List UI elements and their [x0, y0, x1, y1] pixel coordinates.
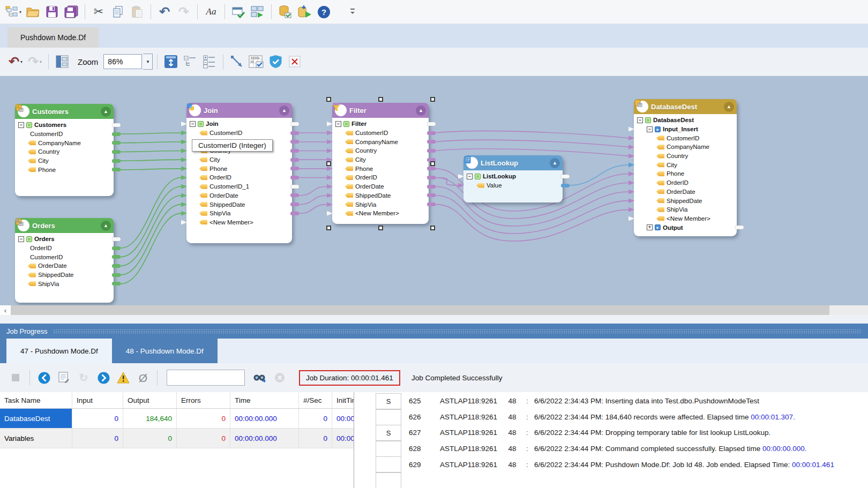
node-field-row[interactable]: City — [186, 155, 292, 164]
collapse-expander[interactable]: − — [647, 126, 653, 132]
node-field-row[interactable]: −DatabaseDest — [634, 116, 737, 125]
output-port[interactable] — [427, 167, 436, 170]
output-port[interactable] — [290, 167, 299, 170]
node-field-row[interactable]: −ListLookup — [463, 172, 563, 181]
output-port[interactable] — [112, 255, 121, 259]
output-port[interactable] — [290, 122, 299, 126]
output-port[interactable] — [735, 226, 744, 229]
node-filter[interactable]: Filter▲−FilterCustomerIDCompanyNameCount… — [332, 103, 429, 224]
undo-button[interactable]: ↶ — [155, 3, 174, 21]
auto-layout-button[interactable] — [162, 52, 180, 71]
verify-shield-button[interactable] — [266, 52, 285, 71]
output-port[interactable] — [112, 132, 121, 136]
preview-data-button[interactable]: 0100110 — [247, 52, 265, 71]
redo-button[interactable]: ↷ — [175, 3, 193, 21]
node-field-row[interactable]: ShipVia — [634, 205, 737, 214]
output-port[interactable] — [112, 264, 121, 268]
selection-handle[interactable] — [378, 226, 383, 230]
output-port[interactable] — [427, 176, 436, 179]
node-field-row[interactable]: CompanyName — [634, 142, 737, 152]
collapse-expander[interactable]: − — [190, 121, 196, 127]
collapse-expander[interactable]: − — [18, 122, 24, 128]
output-port[interactable] — [290, 176, 299, 179]
node-field-row[interactable]: OrderID — [186, 173, 292, 182]
toolbox-panel-button[interactable] — [53, 52, 71, 71]
help-button[interactable]: ? — [315, 3, 333, 21]
node-field-row[interactable]: OrderDate — [186, 191, 292, 200]
column-header-time[interactable]: Time — [230, 392, 299, 408]
node-field-row[interactable]: −Filter — [332, 119, 429, 129]
task-name-cell[interactable]: Variables — [0, 429, 72, 448]
collapse-node-button[interactable]: ▲ — [550, 158, 560, 168]
verify-dataflow-button[interactable] — [229, 3, 248, 21]
link-tool-button[interactable] — [228, 52, 246, 71]
node-header[interactable]: Filter▲ — [332, 103, 429, 118]
open-button[interactable] — [24, 3, 42, 21]
output-port[interactable] — [427, 185, 436, 189]
filter-empty-button[interactable]: Ø — [134, 369, 152, 387]
task-value-cell[interactable]: 00:00:00.000 — [332, 429, 354, 448]
selection-handle[interactable] — [326, 226, 331, 230]
task-value-cell[interactable]: 0 — [72, 429, 123, 448]
zoom-select[interactable]: 86% — [103, 54, 142, 69]
node-field-row[interactable]: ShipVia — [15, 279, 114, 288]
log-row[interactable]: 625ASTLAP118:926148:6/6/2022 2:34:43 PM:… — [401, 393, 868, 409]
start-dataflow-button[interactable] — [249, 3, 267, 21]
collapse-expander[interactable]: − — [335, 121, 341, 127]
node-field-row[interactable]: City — [15, 156, 114, 166]
node-field-row[interactable]: CompanyName — [332, 137, 429, 146]
node-field-row[interactable]: −Customers — [15, 121, 114, 130]
output-port[interactable] — [112, 150, 121, 154]
scroll-left-button[interactable]: ‹ — [0, 305, 11, 315]
output-port[interactable] — [290, 140, 299, 144]
zoom-dropdown-button[interactable]: ▼ — [143, 54, 153, 70]
output-port[interactable] — [112, 273, 121, 277]
node-field-row[interactable]: CompanyName — [15, 138, 114, 147]
node-field-row[interactable]: ShipVia — [332, 200, 429, 209]
scrollbar-thumb[interactable] — [11, 305, 829, 315]
node-listlookup[interactable]: ListLookup▲−ListLookupValue — [463, 155, 563, 202]
node-field-row[interactable]: OrderID — [332, 173, 429, 182]
expand-expander[interactable]: + — [647, 224, 653, 230]
output-port[interactable] — [290, 185, 299, 189]
node-field-row[interactable]: Country — [634, 152, 737, 161]
node-field-row[interactable]: Phone — [332, 164, 429, 173]
expand-nodes-button[interactable] — [200, 52, 219, 71]
node-field-row[interactable]: <New Member> — [186, 218, 292, 227]
node-field-row[interactable]: OrderID — [15, 244, 114, 253]
selection-handle[interactable] — [326, 97, 331, 102]
paste-button[interactable] — [128, 3, 146, 21]
node-header[interactable]: Customers▲ — [15, 104, 114, 119]
clear-errors-button[interactable] — [286, 52, 304, 71]
log-row[interactable]: 628ASTLAP118:926148:6/6/2022 2:34:44 PM:… — [401, 441, 868, 457]
node-field-row[interactable]: −▸Input_Insert — [634, 125, 737, 134]
node-field-row[interactable]: −Orders — [15, 235, 114, 244]
task-value-cell[interactable]: 0 — [72, 409, 123, 428]
selection-handle[interactable] — [326, 161, 331, 166]
node-field-row[interactable]: CustomerID — [15, 252, 114, 261]
task-value-cell[interactable]: 00:00:00.000 — [332, 409, 354, 428]
collapse-node-button[interactable]: ▲ — [101, 107, 111, 117]
output-port[interactable] — [290, 131, 299, 135]
output-port[interactable] — [290, 202, 299, 206]
collapse-node-button[interactable]: ▲ — [416, 106, 426, 116]
task-name-cell[interactable]: DatabaseDest — [0, 409, 72, 428]
node-field-row[interactable]: CustomerID_1 — [186, 182, 292, 191]
node-field-row[interactable]: City — [634, 160, 737, 169]
task-value-cell[interactable]: 00:00:00.000 — [230, 409, 299, 428]
verify-database-button[interactable] — [276, 3, 294, 21]
output-port[interactable] — [290, 212, 299, 215]
output-port[interactable] — [112, 159, 121, 163]
message-details-button[interactable] — [55, 369, 73, 387]
collapse-expander[interactable]: − — [18, 236, 24, 242]
collapse-node-button[interactable]: ▲ — [724, 102, 734, 112]
output-port[interactable] — [561, 175, 570, 178]
output-port[interactable] — [112, 123, 121, 127]
collapse-nodes-button[interactable] — [181, 52, 199, 71]
output-port[interactable] — [427, 131, 436, 135]
node-field-row[interactable]: <New Member> — [332, 209, 429, 218]
node-field-row[interactable]: CustomerID — [186, 129, 292, 138]
refresh-button[interactable]: ↻ — [74, 369, 93, 387]
output-port[interactable] — [290, 149, 299, 153]
output-port[interactable] — [290, 193, 299, 197]
